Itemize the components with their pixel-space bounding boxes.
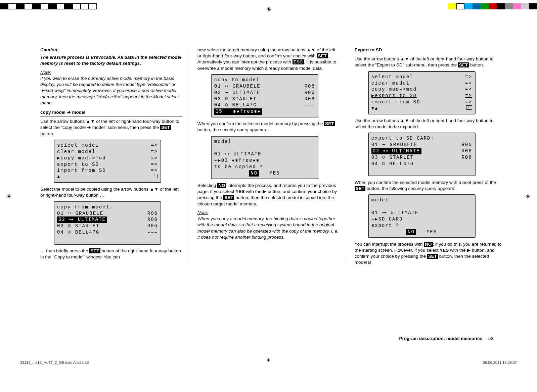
- colorblock-left: [0, 3, 97, 9]
- menu1-r2-arrow: =>: [151, 149, 158, 155]
- menu1-r5: import from SD: [57, 167, 106, 174]
- plane-icon: ⊶: [382, 142, 386, 147]
- menu5-r1-num: 01: [371, 142, 378, 147]
- menu3-r3-name: STARLET: [232, 96, 257, 102]
- column-1: Caution: The erasure process is irrevoca…: [40, 47, 188, 265]
- menu3-r1-rx: R06: [305, 83, 315, 90]
- export-select: Use the arrow buttons ▲▼ of the left or …: [355, 118, 502, 130]
- dialog1-line1: 01 ⊶ ULTIMATE: [214, 151, 315, 157]
- sd-card-icon: [152, 174, 158, 178]
- interrupt-text: You can interrupt the process with NO; i…: [355, 241, 502, 266]
- plane-icon: ⊶: [225, 84, 229, 89]
- menu4-r3-arrow: =>: [465, 86, 472, 93]
- registration-mark-right: ◈: [526, 192, 530, 200]
- menu3-r2-rx: R06: [305, 90, 315, 96]
- copy-then-a: … then briefly press the: [40, 248, 89, 253]
- menu3-r4-name: BELL47G: [232, 102, 257, 108]
- menu2-r3-num: 03: [57, 223, 64, 229]
- dialog1-line3: to be copied ?: [214, 164, 315, 170]
- interrupt-a: You can interrupt the process with: [355, 242, 424, 247]
- dialog1-line2: –▶03 ✱✱free✱✱: [214, 157, 315, 164]
- dialog2-no: NO: [406, 229, 416, 235]
- selecting-a: Selecting: [197, 183, 217, 188]
- menu1-r1-arrow: =>: [151, 142, 158, 149]
- set-button-text: SET: [317, 53, 328, 58]
- note1-body: If you wish to erase the currently activ…: [40, 76, 182, 106]
- plane-icon: ⊶: [225, 90, 229, 95]
- export-confirm-a: When you confirm the selected model memo…: [355, 180, 496, 185]
- dialog1-title: model: [214, 139, 315, 145]
- menu1-r4-arrow: =>: [151, 161, 158, 168]
- menu2-title: copy from model:: [57, 204, 158, 210]
- menu5-r2-num: 02: [373, 148, 380, 154]
- screen-export-list: export to SD-CARD: 01 ⊶ GRAUBELER06 02 ⊶…: [368, 133, 476, 176]
- copy-intro: Use the arrow buttons ▲▼ of the left or …: [40, 118, 182, 137]
- menu2-r3-rx: R06: [147, 223, 158, 229]
- menu2-r4-num: 04: [57, 230, 64, 235]
- screen-dialog-export: model 01 ⊶ ULTIMATE –▶SD-CARD export ? N…: [368, 194, 476, 238]
- menu3-r2-num: 02: [214, 90, 221, 95]
- menu1-scroll: ▲: [57, 174, 60, 180]
- heli-icon: ⌬: [68, 230, 72, 235]
- menu3-r3-rx: R06: [305, 96, 315, 102]
- set-button-text: SET: [427, 254, 438, 259]
- menu1-r3: ▶copy mod–>mod: [57, 155, 106, 161]
- registration-mark-left: ◈: [7, 192, 11, 200]
- export-confirm-b: button, the following security query app…: [365, 186, 455, 191]
- heading-copy-model: copy model ➔ model: [40, 109, 182, 116]
- menu2-r1-rx: R06: [147, 210, 158, 217]
- dialog2-title: model: [371, 197, 472, 203]
- menu3-r5-name: ✱✱free✱✱: [233, 109, 261, 114]
- note1-title: Note:: [40, 70, 51, 75]
- menu2-r2-rx: R06: [147, 216, 158, 223]
- set-button-text: SET: [89, 248, 100, 253]
- menu3-r3-num: 03: [214, 96, 221, 102]
- export-confirm: When you confirm the selected model memo…: [355, 180, 502, 192]
- menu5-r1-rx: R06: [461, 142, 472, 148]
- menu2-r4-name: BELL47G: [75, 230, 100, 235]
- note2-body: When you copy a model memory, the bindin…: [197, 216, 340, 240]
- menu5-title: export to SD-CARD:: [371, 135, 472, 142]
- confirm-a: When you confirm the selected model memo…: [197, 121, 324, 126]
- set-button-text: SET: [223, 195, 234, 200]
- no-button-text: NO: [217, 183, 226, 188]
- menu5-r4-num: 04: [371, 161, 378, 166]
- menu1-r3-arrow: =>: [151, 155, 158, 161]
- no-button-text: NO: [424, 242, 433, 247]
- screen-menu-export: select model=> clear model=> copy mod–>m…: [368, 71, 476, 114]
- menu2-r1-name: GRAUBELE: [76, 211, 103, 216]
- menu4-scroll: ▼▲: [371, 105, 378, 112]
- heli-icon: ⌬: [68, 224, 72, 229]
- screen-dialog-copy: model 01 ⊶ ULTIMATE –▶03 ✱✱free✱✱ to be …: [211, 136, 318, 179]
- menu4-r4: ▶export to SD: [371, 93, 417, 99]
- menu4-r3: copy mod–>mod: [371, 86, 417, 93]
- dialog2-line2: –▶SD-CARD: [371, 216, 472, 223]
- menu1-r2: clear model: [57, 149, 95, 155]
- copy-select-text: Select the model to be copied using the …: [40, 186, 182, 198]
- registration-mark-top: ◈: [266, 5, 271, 13]
- menu3-r5-num: 05: [216, 109, 223, 114]
- colorblock-right: [448, 3, 537, 9]
- copy-intro-a: Use the arrow buttons ▲▼ of the left or …: [40, 119, 179, 130]
- yes-text: YES: [440, 248, 449, 253]
- copy-then: … then briefly press the SET button of t…: [40, 248, 182, 260]
- col2-top: now select the target memory using the a…: [197, 47, 340, 71]
- heli-icon: ⌬: [382, 155, 386, 160]
- screen-menu-1: select model=> clear model=> ▶copy mod–>…: [54, 140, 161, 183]
- dialog2-line1: 01 ⊶ ULTIMATE: [371, 210, 472, 216]
- menu2-r4-rx: –––: [147, 229, 158, 236]
- confirm-text: When you confirm the selected model memo…: [197, 121, 340, 133]
- set-button-text: SET: [160, 125, 171, 130]
- menu5-r1-name: GRAUBELE: [390, 142, 417, 147]
- menu5-r3-name: STARLET: [389, 155, 414, 160]
- menu3-r4-num: 04: [214, 102, 221, 108]
- yes-text: YES: [235, 189, 244, 194]
- menu2-r2-num: 02: [58, 217, 65, 222]
- print-timestamp: 06.06.2011 19:39:37: [483, 360, 517, 365]
- set-button-text: SET: [458, 62, 469, 67]
- menu2-r1-num: 01: [57, 211, 64, 216]
- note2-title: Note:: [197, 210, 208, 215]
- footer-page-number: 53: [488, 336, 493, 341]
- menu2-r2-name: ULTIMATE: [78, 217, 106, 222]
- menu3-r2-name: ULTIMATE: [232, 90, 260, 95]
